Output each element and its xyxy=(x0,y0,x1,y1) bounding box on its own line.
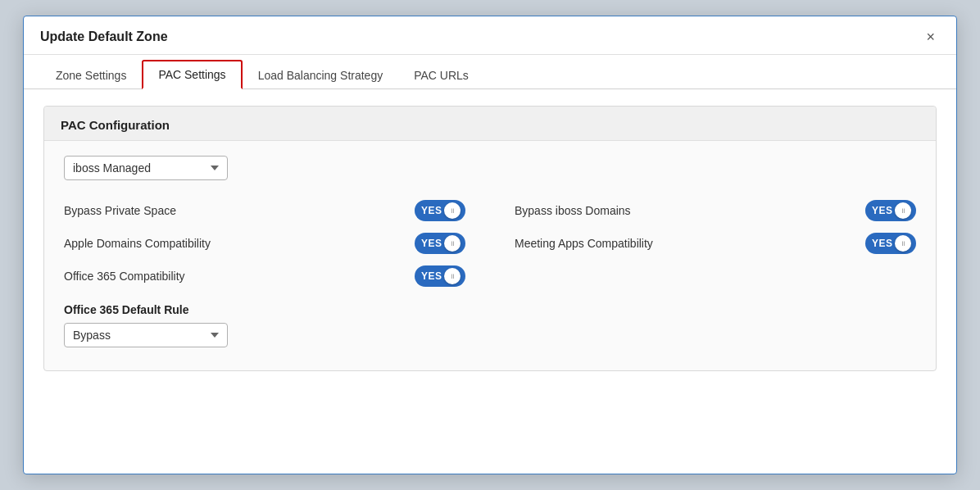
bypass-iboss-domains-row: Bypass iboss Domains YES xyxy=(515,200,916,221)
bypass-iboss-domains-label: Bypass iboss Domains xyxy=(515,204,631,217)
office365-compat-toggle[interactable]: YES xyxy=(415,265,465,287)
bypass-private-space-row: Bypass Private Space YES xyxy=(64,200,465,221)
section-title: PAC Configuration xyxy=(44,107,936,141)
apple-domains-value: YES xyxy=(421,238,442,249)
modal-body: PAC Configuration iboss Managed Custom B… xyxy=(24,89,956,388)
office365-compat-label: Office 365 Compatibility xyxy=(64,270,185,283)
close-button[interactable]: × xyxy=(921,28,940,46)
default-rule-label: Office 365 Default Rule xyxy=(64,303,916,316)
update-zone-modal: Update Default Zone × Zone Settings PAC … xyxy=(23,16,957,474)
default-rule-section: Office 365 Default Rule Bypass Proxy xyxy=(64,303,916,347)
tab-zone-settings[interactable]: Zone Settings xyxy=(40,60,142,89)
bypass-private-space-label: Bypass Private Space xyxy=(64,204,176,217)
meeting-apps-knob xyxy=(895,235,911,252)
tab-pac-settings[interactable]: PAC Settings xyxy=(142,60,242,89)
office365-compat-value: YES xyxy=(421,270,442,282)
office365-compat-row: Office 365 Compatibility YES xyxy=(64,265,465,287)
modal-header: Update Default Zone × xyxy=(24,16,956,55)
bypass-private-space-knob xyxy=(444,202,461,219)
tab-bar: Zone Settings PAC Settings Load Balancin… xyxy=(24,60,956,89)
meeting-apps-row: Meeting Apps Compatibility YES xyxy=(515,233,916,254)
bypass-iboss-domains-knob xyxy=(895,202,911,219)
apple-domains-label: Apple Domains Compatibility xyxy=(64,237,211,250)
apple-domains-row: Apple Domains Compatibility YES xyxy=(64,233,465,254)
pac-type-row: iboss Managed Custom xyxy=(64,156,916,180)
default-rule-select[interactable]: Bypass Proxy xyxy=(64,323,228,347)
meeting-apps-label: Meeting Apps Compatibility xyxy=(515,237,653,250)
pac-configuration-section: PAC Configuration iboss Managed Custom B… xyxy=(43,106,937,371)
pac-type-select[interactable]: iboss Managed Custom xyxy=(64,156,228,180)
tab-load-balancing[interactable]: Load Balancing Strategy xyxy=(243,60,399,89)
bypass-private-space-toggle[interactable]: YES xyxy=(415,200,465,221)
tab-pac-urls[interactable]: PAC URLs xyxy=(398,60,484,89)
section-content: iboss Managed Custom Bypass Private Spac… xyxy=(44,141,936,354)
modal-title: Update Default Zone xyxy=(40,29,168,44)
bypass-iboss-domains-value: YES xyxy=(872,205,893,216)
bypass-private-space-value: YES xyxy=(421,205,442,216)
meeting-apps-value: YES xyxy=(872,238,893,249)
apple-domains-knob xyxy=(444,235,461,252)
office365-compat-knob xyxy=(444,268,461,284)
meeting-apps-toggle[interactable]: YES xyxy=(865,233,916,254)
toggles-grid: Bypass Private Space YES Bypass iboss Do… xyxy=(64,200,916,287)
bypass-iboss-domains-toggle[interactable]: YES xyxy=(865,200,916,221)
apple-domains-toggle[interactable]: YES xyxy=(415,233,465,254)
